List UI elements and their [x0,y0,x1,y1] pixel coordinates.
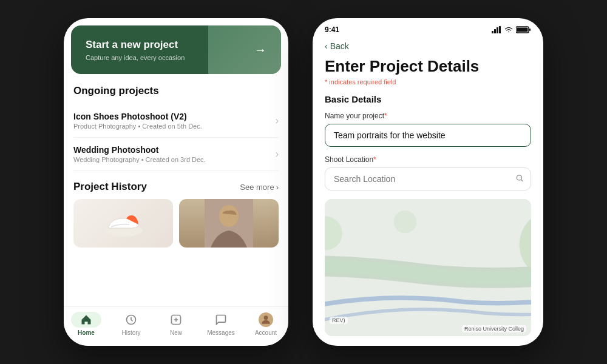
basic-details-label: Basic Details [325,94,531,104]
back-label: Back [330,41,349,51]
map-label-university: Reniso University Colleg [462,325,526,332]
hero-subtitle: Capture any idea, every occasion [86,54,185,61]
project-name: Icon Shoes Photoshoot (V2) [73,112,202,121]
shoe-image [99,205,148,241]
project-name-input[interactable] [325,124,531,147]
tab-account-label: Account [255,329,277,336]
project-item[interactable]: Wedding Photoshoot Wedding Photography •… [73,138,279,171]
phone-1: Start a new project Capture any idea, ev… [64,18,288,346]
history-thumb-person[interactable] [179,199,279,248]
see-more-link[interactable]: See more › [240,183,279,192]
tab-account[interactable]: Account [243,312,288,336]
status-time: 9:41 [325,25,339,34]
ongoing-projects-title: Ongoing projects [73,85,279,97]
scroll-area: Ongoing projects Icon Shoes Photoshoot (… [64,74,288,306]
hero-title: Start a new project [86,38,185,52]
svg-line-16 [521,180,523,181]
project-item[interactable]: Icon Shoes Photoshoot (V2) Product Photo… [73,104,279,138]
svg-point-2 [219,205,239,227]
history-thumb-shoe[interactable] [73,199,173,248]
svg-point-15 [517,175,521,180]
new-icon [168,312,184,328]
tab-home[interactable]: Home [64,312,109,336]
svg-point-7 [264,315,268,320]
svg-rect-14 [517,28,528,32]
required-note: * indicates required field [325,78,531,86]
svg-rect-13 [529,29,531,31]
required-star-location: * [373,155,376,164]
back-button[interactable]: ‹ Back [325,41,531,51]
status-icons [492,26,531,33]
chevron-left-icon: ‹ [325,41,328,51]
signal-icon [492,26,501,33]
messages-icon [213,312,229,328]
battery-icon [516,26,531,33]
required-star: * [384,112,387,120]
search-icon [515,174,524,184]
map-label-rev: REV) [330,317,348,324]
project-meta: Wedding Photography • Created on 3rd Dec… [73,156,206,163]
person-image [205,199,253,248]
chevron-right-small-icon: › [276,183,279,192]
tab-messages-label: Messages [207,329,235,336]
svg-rect-8 [492,31,493,33]
wifi-icon [504,26,514,33]
history-grid [73,199,279,248]
phone2-body: ‹ Back Enter Project Details * indicates… [313,36,543,346]
svg-rect-9 [494,29,496,33]
home-icon [71,312,101,328]
phone-2: 9:41 [313,18,543,346]
account-icon [258,312,274,328]
map-svg [325,199,531,336]
tab-history-label: History [121,329,140,336]
history-header: Project History See more › [73,181,279,193]
svg-point-21 [394,211,417,234]
hero-arrow-icon: → [254,43,266,57]
project-name: Wedding Photoshoot [73,145,206,155]
tab-new-label: New [170,329,182,336]
project-meta: Product Photography • Created on 5th Dec… [73,123,202,130]
svg-rect-10 [497,27,498,33]
chevron-right-icon: › [276,149,279,160]
search-location-wrap [325,167,531,190]
hero-banner[interactable]: Start a new project Capture any idea, ev… [71,25,281,74]
search-location-input[interactable] [325,167,531,190]
tab-bar: Home History [64,306,288,346]
location-field-label: Shoot Location* [325,155,531,164]
svg-rect-11 [499,26,501,33]
page-title: Enter Project Details [325,57,531,76]
status-bar: 9:41 [313,18,543,36]
tab-messages[interactable]: Messages [198,312,243,336]
history-title: Project History [73,181,147,193]
history-icon [123,312,139,328]
tab-new[interactable]: New [154,312,198,336]
chevron-right-icon: › [276,115,279,126]
name-field-label: Name your project* [325,112,531,120]
tab-home-label: Home [78,329,95,336]
map-preview: REV) Reniso University Colleg [325,199,531,336]
tab-history[interactable]: History [109,312,154,336]
